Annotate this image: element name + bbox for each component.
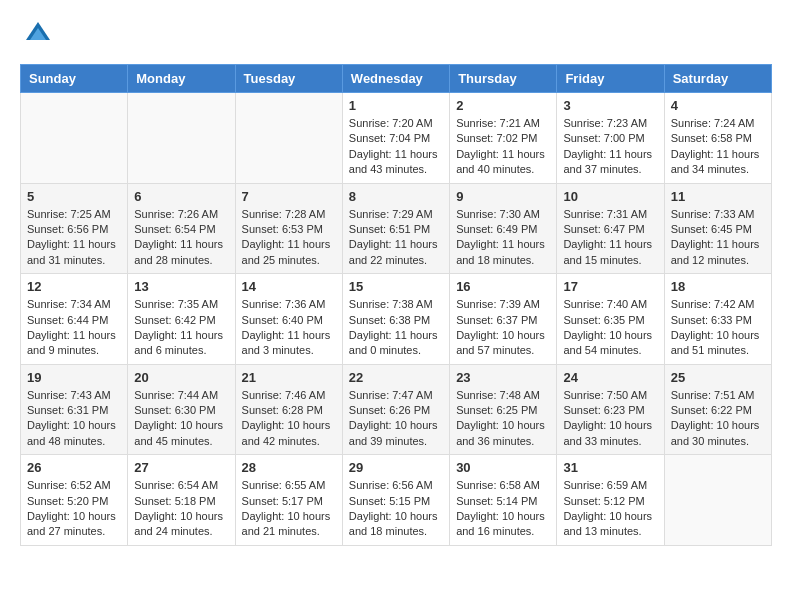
day-number: 20	[134, 370, 228, 385]
day-info: Sunrise: 7:46 AM Sunset: 6:28 PM Dayligh…	[242, 388, 336, 450]
day-info: Sunrise: 6:56 AM Sunset: 5:15 PM Dayligh…	[349, 478, 443, 540]
day-info: Sunrise: 6:54 AM Sunset: 5:18 PM Dayligh…	[134, 478, 228, 540]
calendar-cell: 22Sunrise: 7:47 AM Sunset: 6:26 PM Dayli…	[342, 364, 449, 455]
day-number: 1	[349, 98, 443, 113]
calendar-cell: 11Sunrise: 7:33 AM Sunset: 6:45 PM Dayli…	[664, 183, 771, 274]
day-info: Sunrise: 7:21 AM Sunset: 7:02 PM Dayligh…	[456, 116, 550, 178]
day-number: 5	[27, 189, 121, 204]
day-number: 11	[671, 189, 765, 204]
calendar-cell	[21, 93, 128, 184]
calendar-cell: 1Sunrise: 7:20 AM Sunset: 7:04 PM Daylig…	[342, 93, 449, 184]
day-number: 21	[242, 370, 336, 385]
calendar-cell: 24Sunrise: 7:50 AM Sunset: 6:23 PM Dayli…	[557, 364, 664, 455]
day-info: Sunrise: 7:35 AM Sunset: 6:42 PM Dayligh…	[134, 297, 228, 359]
day-number: 16	[456, 279, 550, 294]
calendar-week-row: 5Sunrise: 7:25 AM Sunset: 6:56 PM Daylig…	[21, 183, 772, 274]
calendar-table: SundayMondayTuesdayWednesdayThursdayFrid…	[20, 64, 772, 546]
day-info: Sunrise: 6:59 AM Sunset: 5:12 PM Dayligh…	[563, 478, 657, 540]
calendar-cell: 9Sunrise: 7:30 AM Sunset: 6:49 PM Daylig…	[450, 183, 557, 274]
calendar-cell: 2Sunrise: 7:21 AM Sunset: 7:02 PM Daylig…	[450, 93, 557, 184]
day-of-week-header: Friday	[557, 65, 664, 93]
day-info: Sunrise: 7:30 AM Sunset: 6:49 PM Dayligh…	[456, 207, 550, 269]
day-number: 22	[349, 370, 443, 385]
day-number: 12	[27, 279, 121, 294]
calendar-cell: 27Sunrise: 6:54 AM Sunset: 5:18 PM Dayli…	[128, 455, 235, 546]
calendar-cell: 23Sunrise: 7:48 AM Sunset: 6:25 PM Dayli…	[450, 364, 557, 455]
day-number: 7	[242, 189, 336, 204]
calendar-cell: 31Sunrise: 6:59 AM Sunset: 5:12 PM Dayli…	[557, 455, 664, 546]
day-number: 13	[134, 279, 228, 294]
day-number: 14	[242, 279, 336, 294]
calendar-week-row: 1Sunrise: 7:20 AM Sunset: 7:04 PM Daylig…	[21, 93, 772, 184]
calendar-cell: 18Sunrise: 7:42 AM Sunset: 6:33 PM Dayli…	[664, 274, 771, 365]
day-info: Sunrise: 7:39 AM Sunset: 6:37 PM Dayligh…	[456, 297, 550, 359]
day-info: Sunrise: 7:28 AM Sunset: 6:53 PM Dayligh…	[242, 207, 336, 269]
calendar-cell: 4Sunrise: 7:24 AM Sunset: 6:58 PM Daylig…	[664, 93, 771, 184]
day-of-week-header: Sunday	[21, 65, 128, 93]
calendar-week-row: 19Sunrise: 7:43 AM Sunset: 6:31 PM Dayli…	[21, 364, 772, 455]
calendar-cell: 15Sunrise: 7:38 AM Sunset: 6:38 PM Dayli…	[342, 274, 449, 365]
calendar-week-row: 26Sunrise: 6:52 AM Sunset: 5:20 PM Dayli…	[21, 455, 772, 546]
day-number: 18	[671, 279, 765, 294]
day-number: 27	[134, 460, 228, 475]
day-number: 23	[456, 370, 550, 385]
day-info: Sunrise: 7:42 AM Sunset: 6:33 PM Dayligh…	[671, 297, 765, 359]
day-number: 28	[242, 460, 336, 475]
day-info: Sunrise: 7:47 AM Sunset: 6:26 PM Dayligh…	[349, 388, 443, 450]
day-number: 3	[563, 98, 657, 113]
calendar-cell: 14Sunrise: 7:36 AM Sunset: 6:40 PM Dayli…	[235, 274, 342, 365]
day-info: Sunrise: 7:20 AM Sunset: 7:04 PM Dayligh…	[349, 116, 443, 178]
calendar-cell	[664, 455, 771, 546]
page-header	[20, 20, 772, 48]
day-number: 31	[563, 460, 657, 475]
day-info: Sunrise: 7:44 AM Sunset: 6:30 PM Dayligh…	[134, 388, 228, 450]
calendar-cell: 25Sunrise: 7:51 AM Sunset: 6:22 PM Dayli…	[664, 364, 771, 455]
calendar-cell: 16Sunrise: 7:39 AM Sunset: 6:37 PM Dayli…	[450, 274, 557, 365]
day-info: Sunrise: 7:34 AM Sunset: 6:44 PM Dayligh…	[27, 297, 121, 359]
day-info: Sunrise: 6:58 AM Sunset: 5:14 PM Dayligh…	[456, 478, 550, 540]
day-of-week-header: Monday	[128, 65, 235, 93]
day-number: 26	[27, 460, 121, 475]
calendar-cell	[128, 93, 235, 184]
day-number: 25	[671, 370, 765, 385]
day-info: Sunrise: 7:38 AM Sunset: 6:38 PM Dayligh…	[349, 297, 443, 359]
day-number: 15	[349, 279, 443, 294]
day-info: Sunrise: 7:33 AM Sunset: 6:45 PM Dayligh…	[671, 207, 765, 269]
day-of-week-header: Saturday	[664, 65, 771, 93]
calendar-cell: 29Sunrise: 6:56 AM Sunset: 5:15 PM Dayli…	[342, 455, 449, 546]
calendar-cell: 30Sunrise: 6:58 AM Sunset: 5:14 PM Dayli…	[450, 455, 557, 546]
day-info: Sunrise: 7:50 AM Sunset: 6:23 PM Dayligh…	[563, 388, 657, 450]
day-number: 10	[563, 189, 657, 204]
day-number: 24	[563, 370, 657, 385]
day-info: Sunrise: 7:31 AM Sunset: 6:47 PM Dayligh…	[563, 207, 657, 269]
day-number: 30	[456, 460, 550, 475]
day-info: Sunrise: 6:52 AM Sunset: 5:20 PM Dayligh…	[27, 478, 121, 540]
day-info: Sunrise: 7:40 AM Sunset: 6:35 PM Dayligh…	[563, 297, 657, 359]
day-info: Sunrise: 7:26 AM Sunset: 6:54 PM Dayligh…	[134, 207, 228, 269]
day-info: Sunrise: 7:43 AM Sunset: 6:31 PM Dayligh…	[27, 388, 121, 450]
day-of-week-header: Thursday	[450, 65, 557, 93]
day-info: Sunrise: 7:23 AM Sunset: 7:00 PM Dayligh…	[563, 116, 657, 178]
day-of-week-header: Wednesday	[342, 65, 449, 93]
calendar-cell: 17Sunrise: 7:40 AM Sunset: 6:35 PM Dayli…	[557, 274, 664, 365]
day-info: Sunrise: 7:29 AM Sunset: 6:51 PM Dayligh…	[349, 207, 443, 269]
calendar-cell: 20Sunrise: 7:44 AM Sunset: 6:30 PM Dayli…	[128, 364, 235, 455]
day-number: 4	[671, 98, 765, 113]
calendar-header-row: SundayMondayTuesdayWednesdayThursdayFrid…	[21, 65, 772, 93]
day-of-week-header: Tuesday	[235, 65, 342, 93]
day-number: 6	[134, 189, 228, 204]
calendar-cell: 10Sunrise: 7:31 AM Sunset: 6:47 PM Dayli…	[557, 183, 664, 274]
calendar-cell: 3Sunrise: 7:23 AM Sunset: 7:00 PM Daylig…	[557, 93, 664, 184]
calendar-week-row: 12Sunrise: 7:34 AM Sunset: 6:44 PM Dayli…	[21, 274, 772, 365]
calendar-cell: 12Sunrise: 7:34 AM Sunset: 6:44 PM Dayli…	[21, 274, 128, 365]
logo	[20, 20, 52, 48]
day-number: 29	[349, 460, 443, 475]
calendar-cell: 8Sunrise: 7:29 AM Sunset: 6:51 PM Daylig…	[342, 183, 449, 274]
calendar-cell	[235, 93, 342, 184]
day-number: 19	[27, 370, 121, 385]
logo-icon	[24, 20, 52, 48]
calendar-cell: 21Sunrise: 7:46 AM Sunset: 6:28 PM Dayli…	[235, 364, 342, 455]
day-info: Sunrise: 7:48 AM Sunset: 6:25 PM Dayligh…	[456, 388, 550, 450]
day-info: Sunrise: 7:24 AM Sunset: 6:58 PM Dayligh…	[671, 116, 765, 178]
day-number: 9	[456, 189, 550, 204]
